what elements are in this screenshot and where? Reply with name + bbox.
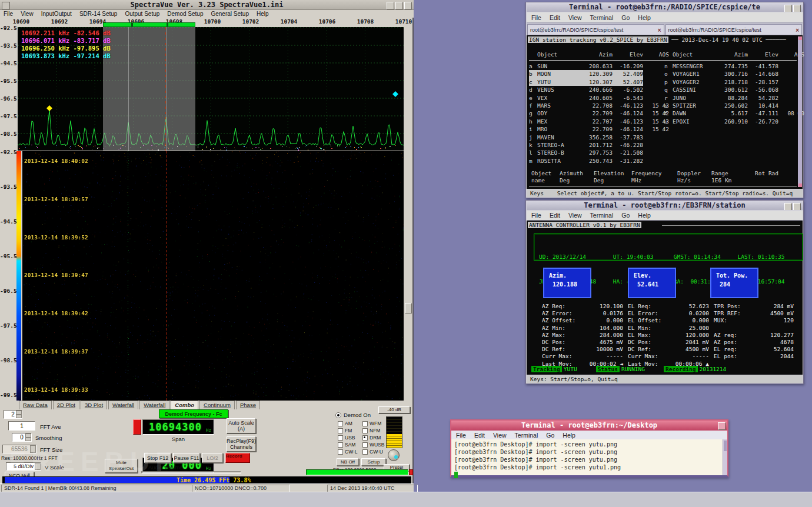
mode-option-nfm[interactable]: NFM	[362, 427, 385, 434]
minimize-icon[interactable]	[387, 2, 394, 9]
avg-spinner[interactable]: 2	[4, 410, 22, 419]
scroll-thumb[interactable]	[724, 441, 727, 451]
tracking-terminal-screen[interactable]: IGN station tracking v0.2_SPICE by EB3FR…	[527, 35, 803, 189]
object-row[interactable]: hMEX22.707-46.12315 43	[529, 118, 669, 125]
tab-phase[interactable]: Phase	[236, 401, 260, 409]
tab-waterfall[interactable]: Waterfall	[108, 401, 138, 409]
object-row[interactable]: mROSETTA250.743-31.282	[529, 157, 669, 165]
menu-item[interactable]: Help	[257, 11, 269, 17]
close-icon[interactable]	[793, 5, 801, 12]
menu-item[interactable]: View	[21, 11, 34, 17]
object-row[interactable]: pVOYAGER2218.718-28.157	[664, 78, 804, 86]
demod-setup-button[interactable]: Setup	[361, 458, 386, 466]
spectravue-titlebar[interactable]: SpectraVue Ver. 3.23 SpectraVue1.ini	[0, 0, 414, 10]
scrollbar[interactable]	[723, 439, 727, 475]
scroll-up-icon[interactable]	[798, 36, 802, 40]
menu-item[interactable]: View	[493, 432, 507, 439]
object-row[interactable]: cYUTU120.30752.407	[529, 78, 669, 86]
tracking-titlebar[interactable]: Terminal - root@eb3frn:/RADIO/SPICE/cspi…	[527, 3, 803, 12]
demod-frequency-button[interactable]: Demod Frequency - Fc	[159, 409, 228, 418]
chevron-down-icon[interactable]	[30, 445, 36, 453]
mode-option-am[interactable]: AM	[338, 420, 358, 427]
spin-down-icon[interactable]	[25, 438, 31, 442]
terminal-tab[interactable]: root@eb3frn:/RADIO/SPICE/cspice/test×	[665, 24, 803, 35]
tab-raw-data[interactable]: Raw Data	[19, 401, 52, 409]
menu-item[interactable]: Go	[621, 212, 630, 219]
channels-button[interactable]: RecPlay(F9) Channels	[227, 436, 256, 452]
menu-item[interactable]: File	[4, 11, 13, 17]
tab-waterfall[interactable]: Waterfall	[139, 401, 169, 409]
spin-down-icon[interactable]	[16, 415, 22, 419]
menu-item[interactable]: Edit	[550, 212, 560, 219]
chevron-down-icon[interactable]	[35, 463, 41, 470]
center-frequency-display[interactable]: 10694300 Hz	[142, 419, 214, 435]
object-row[interactable]: rJUNO88.28454.282	[664, 94, 804, 102]
tab-continuum[interactable]: Continuum	[199, 401, 235, 409]
selection-bar[interactable]	[103, 22, 195, 27]
menu-item[interactable]: Help	[638, 212, 651, 219]
audio-stop-button[interactable]	[409, 469, 413, 475]
cyan-marker-diamond[interactable]	[392, 91, 398, 97]
shade-icon[interactable]	[784, 203, 792, 210]
volume-knob[interactable]	[388, 449, 400, 461]
fft-size-combo[interactable]: 65536	[2, 445, 36, 453]
object-row[interactable]: dVENUS240.666-6.502	[529, 86, 669, 94]
antenna-terminal-screen[interactable]: ANTENNA CONTROLLER v0.1 by EB3FRN UD: 20…	[527, 221, 803, 375]
waterfall-plot[interactable]: 2013-12-14 18:40:022013-12-14 18:39:5720…	[22, 151, 404, 401]
tab-close-icon[interactable]: ×	[658, 27, 661, 34]
mode-option-cw-l[interactable]: CW-L	[338, 448, 358, 455]
object-row[interactable]: uEPOXI260.910-26.720	[664, 118, 804, 125]
waterfall-scroll-thumb[interactable]	[405, 303, 412, 313]
object-row[interactable]: sSPITZER250.60210.414	[664, 102, 804, 109]
object-row[interactable]: lSTEREO-B297.753-21.508	[529, 149, 669, 156]
tab-combo[interactable]: Combo	[171, 401, 198, 409]
menu-item[interactable]: File	[531, 14, 541, 21]
fft-ave-input[interactable]: 1	[8, 421, 35, 431]
mode-option-wusb[interactable]: WUSB	[362, 441, 385, 448]
shell-terminal-screen[interactable]: [root@eb3frn Desktop]# import -screen yu…	[451, 439, 723, 475]
tab-2d-plot[interactable]: 2D Plot	[53, 401, 79, 409]
demod-on-radio[interactable]: Demod On	[335, 412, 371, 418]
object-row[interactable]: aSUN208.633-16.209	[529, 62, 669, 70]
menu-item[interactable]: InputOutput	[41, 11, 72, 17]
object-row[interactable]: fMARS22.708-46.12315 43	[529, 102, 669, 109]
close-icon[interactable]	[404, 2, 412, 9]
smoothing-spinner[interactable]: 0	[12, 433, 32, 442]
scroll-down-icon[interactable]	[798, 184, 802, 187]
mode-option-sam[interactable]: SAM	[338, 441, 358, 448]
tab-3d-plot[interactable]: 3D Plot	[81, 401, 107, 409]
object-row[interactable]: gODY22.709-46.12415 42	[529, 109, 669, 117]
yellow-marker-diamond[interactable]	[46, 105, 52, 111]
menu-item[interactable]: Terminal	[515, 432, 538, 439]
auto-scale-button[interactable]: Auto Scale (A)	[227, 418, 256, 433]
menu-item[interactable]: Edit	[474, 432, 485, 439]
mode-option-cw-u[interactable]: CW-U	[362, 448, 385, 455]
object-row[interactable]: kSTEREO-A201.712-46.228	[529, 141, 669, 149]
object-row[interactable]: jMAVEN356.258-37.783	[529, 134, 669, 141]
object-row[interactable]: nMESSENGER274.735-41.578	[664, 62, 804, 70]
audio-volume-slider[interactable]	[141, 471, 241, 473]
object-row[interactable]: oVOYAGER1300.716-14.668	[664, 70, 804, 78]
menu-item[interactable]: Terminal	[590, 212, 614, 219]
mode-option-wfm[interactable]: WFM	[362, 420, 385, 427]
record-button[interactable]: Record	[225, 453, 250, 463]
menu-item[interactable]: File	[531, 212, 541, 219]
frequency-lock-button[interactable]	[133, 419, 141, 435]
antenna-titlebar[interactable]: Terminal - root@eb3frn:/EB3FRN/station	[527, 201, 803, 210]
mode-option-usb[interactable]: USB	[338, 434, 358, 441]
menu-item[interactable]: SDR-14 Setup	[79, 11, 117, 17]
pause-button[interactable]: Pause F11	[173, 453, 200, 463]
menu-item[interactable]: Terminal	[590, 14, 614, 21]
object-row[interactable]: eVEX240.605-6.543	[529, 94, 669, 102]
close-icon[interactable]	[718, 422, 726, 430]
object-row[interactable]: bMOON120.30952.409	[529, 70, 669, 78]
close-icon[interactable]	[793, 203, 801, 210]
object-row[interactable]: iMRO22.709-46.12415 42	[529, 125, 669, 133]
tab-close-icon[interactable]: ×	[796, 27, 799, 34]
vscale-combo[interactable]: 5 dB/Div	[6, 462, 41, 471]
menu-item[interactable]: Edit	[550, 14, 560, 21]
menu-item[interactable]: Demod Setup	[167, 11, 203, 17]
scrollbar[interactable]	[798, 36, 802, 187]
object-row[interactable]: tDAWN5.617-47.11108 00	[664, 109, 804, 117]
maximize-icon[interactable]	[395, 2, 403, 9]
